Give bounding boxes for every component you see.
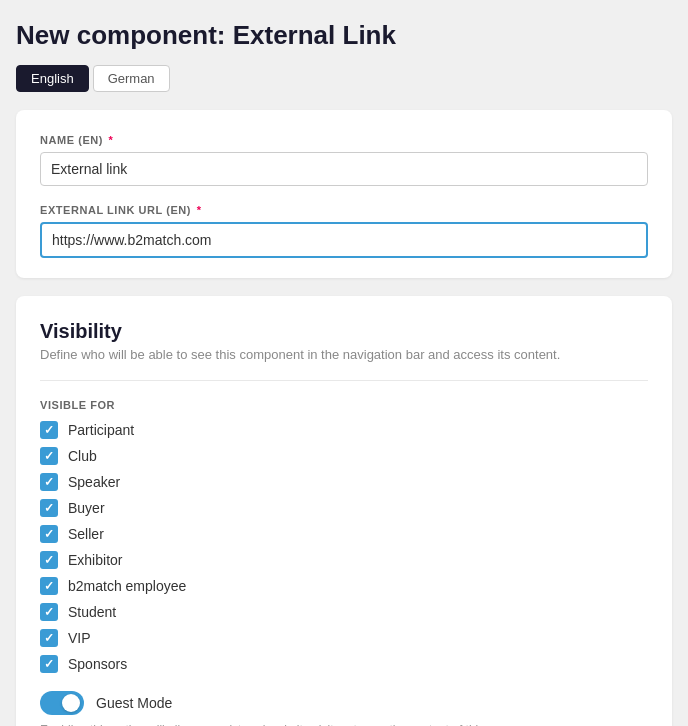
checkbox-participant-label: Participant xyxy=(68,422,134,438)
checkbox-sponsors[interactable]: Sponsors xyxy=(40,655,648,673)
page-title: New component: External Link xyxy=(16,20,672,51)
divider xyxy=(40,380,648,381)
checkbox-seller[interactable]: Seller xyxy=(40,525,648,543)
page-wrapper: New component: External Link English Ger… xyxy=(0,0,688,726)
url-input[interactable] xyxy=(40,222,648,258)
visible-for-label: VISIBLE FOR xyxy=(40,399,648,411)
checkbox-exhibitor[interactable]: Exhibitor xyxy=(40,551,648,569)
checkbox-vip-label: VIP xyxy=(68,630,91,646)
checkbox-exhibitor-box xyxy=(40,551,58,569)
name-input[interactable] xyxy=(40,152,648,186)
visibility-title: Visibility xyxy=(40,320,648,343)
checkbox-b2match-employee[interactable]: b2match employee xyxy=(40,577,648,595)
checkbox-b2match-employee-label: b2match employee xyxy=(68,578,186,594)
checkbox-participant-box xyxy=(40,421,58,439)
checkbox-b2match-employee-box xyxy=(40,577,58,595)
checkbox-participant[interactable]: Participant xyxy=(40,421,648,439)
checkbox-list: Participant Club Speaker Buyer Seller Ex xyxy=(40,421,648,673)
checkbox-speaker-box xyxy=(40,473,58,491)
name-field-group: NAME (EN) * xyxy=(40,134,648,186)
form-card: NAME (EN) * EXTERNAL LINK URL (EN) * xyxy=(16,110,672,278)
visibility-card: Visibility Define who will be able to se… xyxy=(16,296,672,726)
checkbox-seller-label: Seller xyxy=(68,526,104,542)
name-field-label: NAME (EN) * xyxy=(40,134,648,146)
tab-german[interactable]: German xyxy=(93,65,170,92)
url-field-label: EXTERNAL LINK URL (EN) * xyxy=(40,204,648,216)
checkbox-buyer-label: Buyer xyxy=(68,500,105,516)
guest-mode-toggle-row: Guest Mode xyxy=(40,691,648,715)
checkbox-speaker[interactable]: Speaker xyxy=(40,473,648,491)
checkbox-exhibitor-label: Exhibitor xyxy=(68,552,122,568)
toggle-thumb xyxy=(62,694,80,712)
checkbox-buyer-box xyxy=(40,499,58,517)
language-tabs: English German xyxy=(16,65,672,92)
tab-english[interactable]: English xyxy=(16,65,89,92)
checkbox-club[interactable]: Club xyxy=(40,447,648,465)
visibility-description: Define who will be able to see this comp… xyxy=(40,347,648,362)
guest-mode-toggle[interactable] xyxy=(40,691,84,715)
checkbox-student-label: Student xyxy=(68,604,116,620)
checkbox-sponsors-box xyxy=(40,655,58,673)
checkbox-club-box xyxy=(40,447,58,465)
checkbox-student[interactable]: Student xyxy=(40,603,648,621)
checkbox-sponsors-label: Sponsors xyxy=(68,656,127,672)
checkbox-club-label: Club xyxy=(68,448,97,464)
checkbox-vip-box xyxy=(40,629,58,647)
guest-mode-label: Guest Mode xyxy=(96,695,172,711)
checkbox-vip[interactable]: VIP xyxy=(40,629,648,647)
url-field-group: EXTERNAL LINK URL (EN) * xyxy=(40,204,648,258)
checkbox-speaker-label: Speaker xyxy=(68,474,120,490)
checkbox-seller-box xyxy=(40,525,58,543)
checkbox-buyer[interactable]: Buyer xyxy=(40,499,648,517)
checkbox-student-box xyxy=(40,603,58,621)
